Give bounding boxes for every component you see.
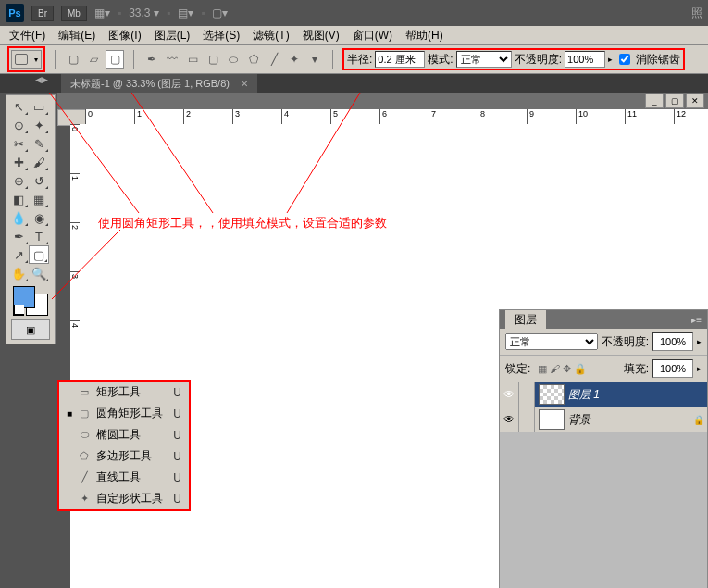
flyout-rectangle[interactable]: ▭矩形工具U bbox=[59, 382, 189, 403]
line-icon[interactable]: ╱ bbox=[266, 51, 282, 68]
tab-scroll-right-icon[interactable]: ▶ bbox=[42, 75, 48, 92]
menu-layer[interactable]: 图层(L) bbox=[149, 26, 196, 45]
pen-tool[interactable]: ✒ bbox=[8, 227, 29, 245]
tool-preset[interactable] bbox=[11, 50, 31, 69]
fill-input[interactable] bbox=[652, 359, 693, 378]
crop-tool[interactable]: ✂ bbox=[8, 134, 29, 153]
menu-filter[interactable]: 滤镜(T) bbox=[247, 26, 294, 45]
type-tool[interactable]: T bbox=[29, 227, 49, 245]
rectangle-icon[interactable]: ▭ bbox=[184, 51, 201, 68]
hand-tool[interactable]: ✋ bbox=[8, 264, 29, 282]
vertical-ruler[interactable]: 01234 bbox=[70, 124, 86, 588]
opacity-input[interactable] bbox=[565, 51, 605, 68]
antialias-label: 消除锯齿 bbox=[636, 52, 680, 68]
mode-select[interactable]: 正常 bbox=[456, 51, 512, 68]
maximize-button[interactable]: ▢ bbox=[665, 94, 684, 108]
horizontal-ruler[interactable]: 01234567891011121314 bbox=[85, 109, 708, 125]
options-arrow-icon[interactable]: ▾ bbox=[306, 51, 323, 68]
flyout-line[interactable]: ╱直线工具U bbox=[59, 467, 189, 488]
visibility-toggle[interactable]: 👁 bbox=[500, 407, 519, 432]
layer-thumbnail[interactable] bbox=[539, 384, 565, 405]
lock-position-icon[interactable]: ✥ bbox=[563, 363, 571, 375]
menu-window[interactable]: 窗口(W) bbox=[347, 26, 398, 45]
menu-edit[interactable]: 编辑(E) bbox=[53, 26, 101, 45]
layers-tab[interactable]: 图层 bbox=[505, 310, 546, 330]
lock-icon: 🔒 bbox=[690, 415, 707, 425]
minibridge-button[interactable]: Mb bbox=[61, 6, 87, 21]
fill-scrub-icon[interactable]: ▸ bbox=[697, 364, 702, 373]
menu-file[interactable]: 文件(F) bbox=[4, 26, 51, 45]
flyout-polygon[interactable]: ⬠多边形工具U bbox=[59, 445, 189, 467]
layer-name[interactable]: 背景 bbox=[568, 412, 690, 428]
opacity-arrow-icon[interactable]: ▸ bbox=[608, 55, 613, 64]
brush-tool[interactable]: 🖌 bbox=[29, 153, 49, 171]
polygon-icon[interactable]: ⬠ bbox=[245, 51, 262, 68]
zoom-level[interactable]: 33.3 ▾ bbox=[129, 6, 159, 19]
stamp-tool[interactable]: ⊕ bbox=[8, 171, 29, 190]
fill-pixels-icon[interactable]: ▢ bbox=[106, 50, 124, 69]
flyout-rounded-rectangle[interactable]: ■▢圆角矩形工具U bbox=[59, 403, 189, 424]
extras-icon[interactable]: ▢▾ bbox=[212, 6, 228, 19]
layer-thumbnail[interactable] bbox=[539, 409, 565, 430]
panel-menu-icon[interactable]: ▸≡ bbox=[691, 315, 702, 325]
lasso-tool[interactable]: ⊙ bbox=[8, 116, 29, 134]
fill-label: 填充: bbox=[624, 361, 649, 377]
eyedropper-tool[interactable]: ✎ bbox=[29, 134, 49, 153]
tab-close-icon[interactable]: ✕ bbox=[241, 79, 248, 89]
flyout-custom-shape[interactable]: ✦自定形状工具U bbox=[59, 488, 189, 509]
dodge-tool[interactable]: ◉ bbox=[29, 208, 49, 227]
visibility-toggle[interactable]: 👁 bbox=[500, 382, 519, 407]
gradient-tool[interactable]: ▦ bbox=[29, 190, 49, 208]
screen-mode-icon[interactable]: ▦▾ bbox=[94, 6, 110, 19]
shape-tool[interactable]: ▢ bbox=[29, 245, 49, 264]
eraser-tool[interactable]: ◧ bbox=[8, 190, 29, 208]
tab-scroll-left-icon[interactable]: ◀ bbox=[35, 75, 42, 92]
paths-icon[interactable]: ▱ bbox=[85, 51, 102, 68]
shape-layers-icon[interactable]: ▢ bbox=[65, 51, 81, 68]
rounded-rect-icon[interactable]: ▢ bbox=[205, 51, 221, 68]
ellipse-icon[interactable]: ⬭ bbox=[225, 51, 242, 68]
zoom-tool[interactable]: 🔍 bbox=[29, 264, 49, 282]
path-select-tool[interactable]: ↗ bbox=[8, 245, 29, 264]
arrange-icon[interactable]: ▤▾ bbox=[178, 6, 193, 19]
marquee-tool[interactable]: ▭ bbox=[29, 97, 49, 116]
layer-opacity-input[interactable] bbox=[652, 332, 693, 351]
history-brush-tool[interactable]: ↺ bbox=[29, 171, 49, 190]
document-tabs: ◀▶ 未标题-1 @ 33.3% (图层 1, RGB/8) ✕ bbox=[0, 74, 708, 93]
menu-select[interactable]: 选择(S) bbox=[197, 26, 245, 45]
lock-image-icon[interactable]: 🖌 bbox=[550, 363, 560, 375]
menu-view[interactable]: 视图(V) bbox=[297, 26, 345, 45]
rounded-rect-icon: ▢ bbox=[78, 407, 91, 420]
move-tool[interactable]: ↖ bbox=[8, 97, 29, 116]
wand-tool[interactable]: ✦ bbox=[29, 116, 49, 134]
freeform-pen-icon[interactable]: 〰 bbox=[164, 51, 180, 68]
layer-link-area[interactable] bbox=[519, 382, 535, 407]
lock-all-icon[interactable]: 🔒 bbox=[574, 363, 587, 375]
tool-preset-dropdown[interactable]: ▾ bbox=[31, 50, 42, 69]
color-swatches[interactable] bbox=[13, 286, 48, 316]
blur-tool[interactable]: 💧 bbox=[8, 208, 29, 227]
close-button[interactable]: ✕ bbox=[686, 94, 704, 108]
layer-list: 👁 图层 1 👁 背景 🔒 bbox=[500, 382, 707, 588]
flyout-ellipse[interactable]: ⬭椭圆工具U bbox=[59, 424, 189, 445]
antialias-checkbox[interactable] bbox=[619, 54, 630, 65]
menu-image[interactable]: 图像(I) bbox=[103, 26, 146, 45]
quick-mask-toggle[interactable]: ▣ bbox=[11, 319, 50, 340]
custom-shape-icon[interactable]: ✦ bbox=[286, 51, 303, 68]
workspace-button[interactable]: 照 bbox=[691, 6, 702, 21]
layer-row[interactable]: 👁 背景 🔒 bbox=[500, 407, 707, 432]
document-tab[interactable]: 未标题-1 @ 33.3% (图层 1, RGB/8) ✕ bbox=[61, 73, 257, 94]
healing-tool[interactable]: ✚ bbox=[8, 153, 29, 171]
menu-help[interactable]: 帮助(H) bbox=[400, 26, 449, 45]
minimize-button[interactable]: _ bbox=[645, 94, 664, 108]
blend-mode-select[interactable]: 正常 bbox=[505, 333, 598, 350]
layer-link-area[interactable] bbox=[519, 407, 535, 432]
radius-input[interactable] bbox=[375, 51, 425, 68]
layer-name[interactable]: 图层 1 bbox=[568, 387, 707, 403]
pen-icon[interactable]: ✒ bbox=[143, 51, 160, 68]
bridge-button[interactable]: Br bbox=[31, 6, 54, 21]
lock-transparent-icon[interactable]: ▦ bbox=[538, 363, 547, 375]
default-colors-icon[interactable] bbox=[13, 305, 24, 316]
layer-row[interactable]: 👁 图层 1 bbox=[500, 382, 707, 407]
opacity-scrub-icon[interactable]: ▸ bbox=[697, 337, 702, 346]
